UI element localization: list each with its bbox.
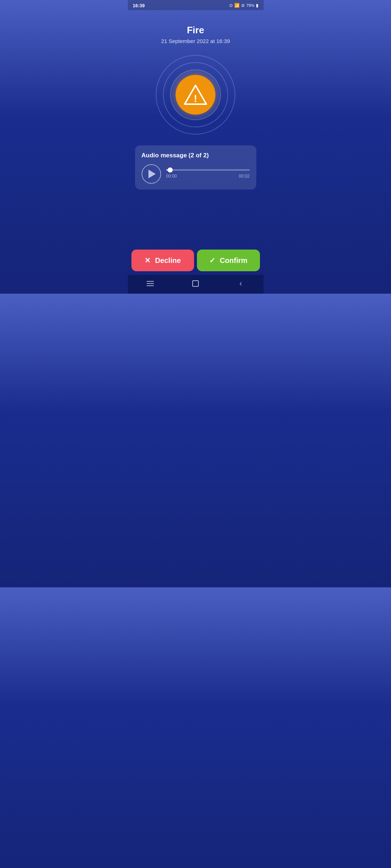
action-buttons: ✕ Decline ✓ Confirm (128, 246, 264, 275)
nav-home-button[interactable] (188, 276, 203, 291)
status-icons: ⊙ 📶 ⊘ 79% ▮ (229, 3, 258, 8)
home-icon (192, 280, 199, 287)
audio-player: Audio message (2 of 2) 00:00 00:02 (135, 145, 256, 190)
audio-progress-area: 00:00 00:02 (166, 169, 250, 179)
dnd-icon: ⊘ (241, 3, 245, 8)
confirm-button[interactable]: ✓ Confirm (197, 250, 260, 271)
time-labels: 00:00 00:02 (166, 174, 250, 179)
progress-thumb (168, 167, 173, 173)
progress-track[interactable] (166, 169, 250, 171)
nav-recents-button[interactable] (143, 276, 157, 291)
recents-icon (147, 281, 154, 286)
audio-title: Audio message (2 of 2) (142, 152, 250, 159)
nav-bar: ‹ (128, 275, 264, 294)
battery-text: 79% (246, 3, 254, 8)
audio-controls: 00:00 00:02 (142, 164, 250, 184)
main-content: Fire 21 September 2022 at 16:39 ! Audio … (128, 10, 264, 275)
decline-label: Decline (155, 256, 181, 265)
wifi-icon: 📶 (234, 3, 240, 8)
current-time: 00:00 (166, 174, 177, 179)
status-time: 16:39 (133, 3, 145, 8)
play-button[interactable] (142, 164, 161, 184)
svg-text:!: ! (194, 93, 197, 104)
confirm-icon: ✓ (209, 256, 215, 265)
total-time: 00:02 (239, 174, 249, 179)
alert-date: 21 September 2022 at 16:39 (161, 38, 230, 44)
decline-button[interactable]: ✕ Decline (131, 250, 194, 271)
status-bar: 16:39 ⊙ 📶 ⊘ 79% ▮ (128, 0, 264, 10)
nav-back-button[interactable]: ‹ (234, 276, 248, 291)
battery-icon: ▮ (256, 3, 258, 8)
play-icon (148, 170, 156, 178)
alert-icon-circle: ! (176, 75, 215, 115)
back-icon: ‹ (239, 279, 242, 288)
alert-title: Fire (187, 25, 204, 36)
warning-triangle-svg: ! (184, 84, 207, 106)
decline-icon: ✕ (144, 256, 151, 265)
confirm-label: Confirm (220, 256, 248, 265)
alert-icon-container: ! (156, 55, 235, 135)
location-icon: ⊙ (229, 3, 233, 8)
